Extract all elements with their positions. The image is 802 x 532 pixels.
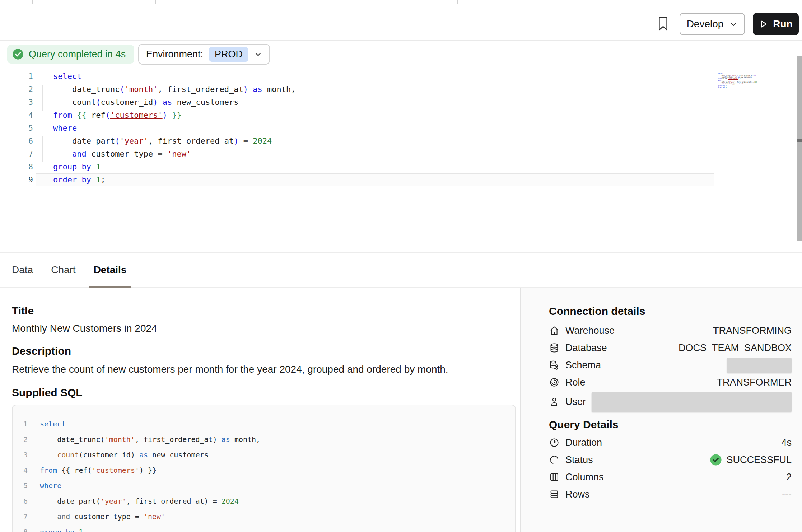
info-value: 2: [786, 472, 792, 483]
info-label: Role: [565, 377, 586, 388]
info-label: Schema: [565, 360, 601, 371]
editor-line[interactable]: 4from {{ ref('customers') }}: [0, 109, 802, 122]
editor-line[interactable]: 7 and customer_type = 'new': [0, 148, 802, 160]
editor-line[interactable]: 8group by 1: [0, 160, 802, 173]
code-line-text: where: [36, 122, 714, 135]
info-value: ---: [782, 489, 792, 500]
line-number: 1: [13, 420, 28, 428]
status-badge: SUCCESSFUL: [710, 454, 792, 466]
code-line-text: select: [40, 420, 66, 428]
code-line-text: select: [36, 70, 714, 83]
line-number: 4: [13, 466, 28, 475]
supplied-sql-line: 7 and customer_type = 'new': [13, 509, 515, 524]
user-icon: [549, 396, 560, 407]
line-number: 2: [0, 85, 33, 94]
description-heading: Description: [12, 345, 516, 358]
code-line-text: and customer_type = 'new': [40, 512, 165, 521]
run-button[interactable]: Run: [753, 13, 799, 35]
supplied-sql-line: 6 date_part('year', first_ordered_at) = …: [13, 493, 515, 509]
info-label: User: [565, 396, 586, 407]
target-icon: [549, 377, 560, 388]
editor-line[interactable]: 1select: [0, 70, 802, 83]
columns-icon: [549, 472, 560, 482]
details-content: Title Monthly New Customers in 2024 Desc…: [12, 288, 516, 532]
line-number: 8: [13, 528, 28, 532]
home-icon: [549, 325, 560, 336]
editor-scrollbar[interactable]: [797, 56, 802, 241]
spinner-icon: [549, 454, 560, 465]
info-label: Columns: [565, 472, 604, 483]
check-circle-icon: [710, 454, 722, 466]
columns-row: Columns2: [549, 468, 792, 486]
line-number: 5: [13, 481, 28, 490]
tab-divider: [407, 0, 407, 4]
tab-divider: [457, 0, 458, 4]
database-icon: [549, 342, 560, 353]
code-line-text: date_part('year', first_ordered_at) = 20…: [36, 135, 714, 148]
develop-label: Develop: [687, 18, 724, 30]
tab-divider: [155, 0, 156, 4]
info-value: TRANSFORMER: [717, 377, 792, 388]
bookmark-button[interactable]: [655, 14, 671, 33]
supplied-sql-line: 8group by 1: [13, 524, 515, 532]
title-heading: Title: [12, 304, 516, 317]
editor-line[interactable]: 5where: [0, 122, 802, 135]
code-line-text: group by 1: [40, 528, 83, 532]
role-row: RoleTRANSFORMER: [549, 374, 792, 391]
line-number: 8: [0, 163, 33, 171]
supplied-sql-line: 1select: [13, 416, 515, 431]
schema-row: Schema: [549, 356, 792, 374]
info-value: DOCS_TEAM_SANDBOX: [679, 342, 792, 354]
status-row: StatusSUCCESSFUL: [549, 451, 792, 468]
tab-details[interactable]: Details: [94, 253, 127, 287]
line-number: 7: [13, 512, 28, 521]
supplied-sql-line: 2 date_trunc('month', first_ordered_at) …: [13, 431, 515, 447]
info-value: 4s: [781, 437, 792, 448]
chevron-down-icon: [729, 20, 738, 28]
supplied-sql-line: 4from {{ ref('customers') }}: [13, 462, 515, 478]
redacted-value: [727, 358, 792, 373]
editor-line[interactable]: 2 date_trunc('month', first_ordered_at) …: [0, 83, 802, 96]
info-label: Rows: [565, 489, 590, 500]
code-line-text: count(customer_id) as new_customers: [36, 96, 714, 109]
tab-chart[interactable]: Chart: [51, 253, 75, 287]
editor-line[interactable]: 9order by 1;: [0, 173, 802, 186]
editor-line[interactable]: 3 count(customer_id) as new_customers: [0, 96, 802, 109]
editor-code-area[interactable]: 1select2 date_trunc('month', first_order…: [0, 70, 802, 186]
connection-details-panel: Connection details WarehouseTRANSFORMING…: [520, 288, 802, 532]
title-value: Monthly New Customers in 2024: [12, 322, 516, 335]
query-status-badge: Query completed in 4s: [7, 45, 134, 64]
check-circle-icon: [12, 48, 24, 60]
code-line-text: from {{ ref('customers') }}: [40, 466, 157, 475]
results-tab-bar: DataChartDetails: [0, 252, 802, 288]
line-number: 7: [0, 150, 33, 158]
supplied-sql-heading: Supplied SQL: [12, 386, 516, 399]
editor-minimap[interactable]: select date_trunc('month', first_ordered…: [718, 73, 757, 89]
info-label: Status: [565, 454, 593, 466]
code-line-text: group by 1: [36, 160, 714, 173]
environment-selector[interactable]: Environment: PROD: [138, 44, 270, 65]
editor-line[interactable]: 6 date_part('year', first_ordered_at) = …: [0, 135, 802, 148]
line-number: 6: [0, 137, 33, 145]
line-number: 9: [0, 176, 33, 184]
sql-editor[interactable]: 1select2 date_trunc('month', first_order…: [0, 70, 802, 252]
develop-dropdown-button[interactable]: Develop: [680, 13, 745, 35]
line-number: 6: [13, 497, 28, 505]
info-value: TRANSFORMING: [713, 325, 792, 336]
play-icon: [759, 19, 768, 29]
duration-row: Duration4s: [549, 434, 792, 451]
schema-icon: [549, 360, 560, 370]
info-value: SUCCESSFUL: [726, 454, 792, 466]
code-line-text: date_trunc('month', first_ordered_at) as…: [36, 83, 714, 96]
code-line-text: order by 1;: [36, 173, 714, 186]
code-line-text: date_trunc('month', first_ordered_at) as…: [40, 435, 260, 444]
tab-divider: [83, 0, 83, 4]
run-label: Run: [773, 18, 792, 30]
redacted-value: [592, 392, 792, 412]
user-row: User: [549, 391, 792, 412]
tab-data[interactable]: Data: [12, 253, 33, 287]
code-line-text: and customer_type = 'new': [36, 148, 714, 160]
panel-edge-divider: [800, 288, 800, 532]
indent-guide: [42, 136, 43, 162]
info-label: Duration: [565, 437, 602, 448]
